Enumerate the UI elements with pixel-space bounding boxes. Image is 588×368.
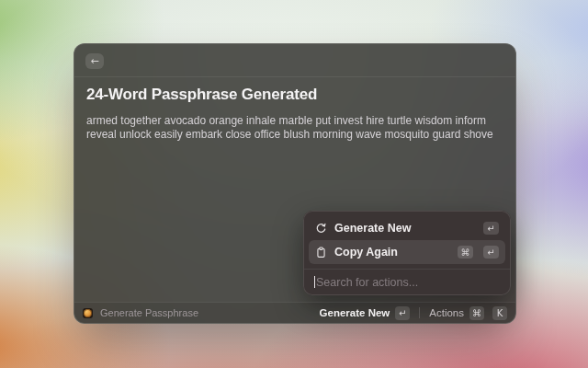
passphrase-window: ← 24-Word Passphrase Generated armed tog… xyxy=(74,43,516,324)
cmd-key-badge: ⌘ xyxy=(458,246,473,259)
footer-bar: Generate Passphrase Generate New ↵ Actio… xyxy=(74,302,515,323)
footer-divider xyxy=(419,307,420,318)
footer-app-info: Generate Passphrase xyxy=(83,307,198,318)
refresh-icon xyxy=(315,223,327,235)
k-key-badge: K xyxy=(492,306,507,320)
passphrase-text: armed together avocado orange inhale mar… xyxy=(86,114,501,141)
action-item-copy-again[interactable]: Copy Again ⌘ ↵ xyxy=(309,240,505,264)
main-content: 24-Word Passphrase Generated armed toget… xyxy=(74,77,515,141)
actions-search-input[interactable] xyxy=(315,276,500,289)
app-icon-orb xyxy=(84,309,92,317)
actions-menu-button[interactable]: Actions xyxy=(429,307,464,318)
return-key-badge: ↵ xyxy=(483,222,499,235)
footer-actions-group: Generate New ↵ Actions ⌘ K xyxy=(320,306,507,320)
window-header: ← xyxy=(74,44,515,77)
action-label: Generate New xyxy=(334,222,411,235)
actions-popup: Generate New ↵ Copy Again ⌘ ↵ xyxy=(303,211,511,295)
passphrase-app-icon xyxy=(83,308,93,318)
back-button[interactable]: ← xyxy=(85,53,104,69)
return-key-badge: ↵ xyxy=(483,246,499,259)
return-key-badge: ↵ xyxy=(395,306,410,320)
action-label: Copy Again xyxy=(334,246,398,259)
primary-action-button[interactable]: Generate New xyxy=(320,307,390,318)
actions-search-row xyxy=(304,269,510,294)
page-title: 24-Word Passphrase Generated xyxy=(86,86,501,104)
cmd-key-badge: ⌘ xyxy=(469,306,484,320)
clipboard-icon xyxy=(315,247,327,259)
footer-app-label: Generate Passphrase xyxy=(100,307,198,318)
action-item-generate-new[interactable]: Generate New ↵ xyxy=(309,216,505,240)
back-arrow-icon: ← xyxy=(90,55,98,67)
